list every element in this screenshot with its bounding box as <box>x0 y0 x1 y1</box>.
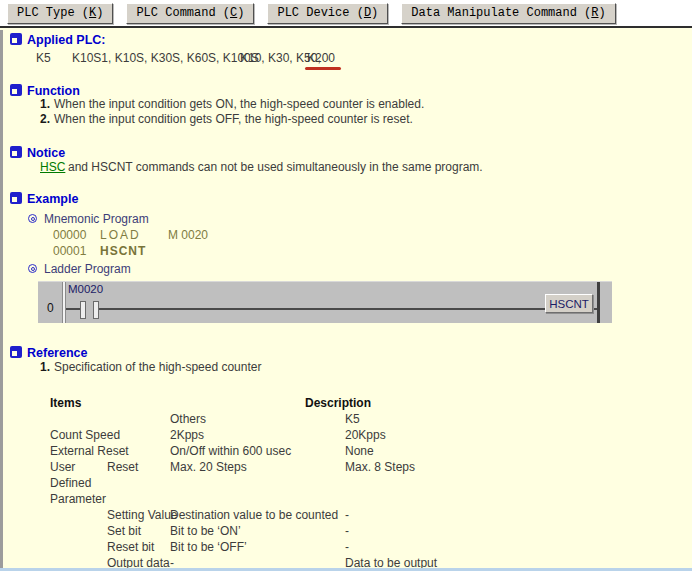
step-address: 00000 <box>53 228 86 242</box>
mnemonic-line: 00000 LOAD M 0020 <box>0 228 692 243</box>
double-circle-icon <box>28 264 37 273</box>
left-power-rail <box>62 282 66 323</box>
cell: Defined <box>50 476 91 490</box>
section-notice: Notice <box>0 146 692 161</box>
table-row: Set bit Bit to be ‘ON’ - <box>0 524 692 540</box>
help-content: Applied PLC: K5 K10S1, K10S, K30S, K60S,… <box>0 30 692 571</box>
cell: Reset <box>107 460 138 474</box>
plc-k200-highlighted: K200 <box>307 51 335 65</box>
hsc-link[interactable]: HSC <box>40 160 65 174</box>
button-label: PLC Device ( <box>277 6 363 20</box>
wire-segment <box>66 308 81 310</box>
contact-symbol <box>93 301 99 319</box>
cell: Set bit <box>107 524 141 538</box>
button-label: ) <box>237 6 244 20</box>
output-instruction-box: HSCNT <box>545 294 593 313</box>
ladder-program-label: Ladder Program <box>0 262 692 277</box>
contact-symbol <box>80 301 86 319</box>
plc-group-s-series: K10S1, K10S, K30S, K60S, K100S <box>72 51 259 65</box>
contact-label: M0020 <box>68 283 103 295</box>
double-circle-icon <box>28 214 37 223</box>
blue-square-bullet-icon <box>10 192 22 204</box>
instruction: HSCNT <box>100 244 146 258</box>
cell: Setting Value <box>107 508 178 522</box>
table-row: Setting Value Destination value to be co… <box>0 508 692 524</box>
item-text: When the input condition gets OFF, the h… <box>54 112 413 126</box>
cell: Parameter <box>50 492 106 506</box>
section-title: Function <box>27 84 80 98</box>
reference-item: 1. Specification of the high-speed count… <box>0 360 692 375</box>
section-example: Example <box>0 192 692 207</box>
cell: On/Off within 600 usec <box>170 444 291 458</box>
wire-segment <box>99 308 597 310</box>
item-number: 1. <box>40 97 50 111</box>
sub-section-label: Ladder Program <box>44 262 131 276</box>
cell: Reset bit <box>107 540 154 554</box>
notice-text-line: HSC and HSCNT commands can not be used s… <box>0 160 692 175</box>
right-power-rail <box>597 282 600 323</box>
table-row: Parameter <box>0 492 692 508</box>
cell: - <box>345 524 349 538</box>
table-row: User Reset Max. 20 Steps Max. 8 Steps <box>0 460 692 476</box>
blue-square-bullet-icon <box>10 33 22 45</box>
button-label: PLC Command ( <box>136 6 230 20</box>
plc-type-button[interactable]: PLC Type (K) <box>7 3 113 24</box>
table-row: Others K5 <box>0 412 692 428</box>
cell: None <box>345 444 374 458</box>
mnemonic-key: D <box>364 6 371 20</box>
blue-square-bullet-icon <box>10 346 22 358</box>
blue-square-bullet-icon <box>10 84 22 96</box>
item-text: Specification of the high-speed counter <box>54 360 261 374</box>
ladder-diagram: 0 M0020 HSCNT <box>38 281 612 323</box>
mnemonic-key: C <box>230 6 237 20</box>
function-item: 2. When the input condition gets OFF, th… <box>0 112 692 127</box>
instruction: LOAD <box>100 228 141 242</box>
plc-group-k5: K5 <box>36 51 51 65</box>
plc-help-page: { "toolbar": { "buttons": [ {"pre": "PLC… <box>0 0 692 571</box>
mnemonic-key: R <box>591 6 598 20</box>
mnemonic-key: K <box>89 6 96 20</box>
toolbar: PLC Type (K) PLC Command (C) PLC Device … <box>0 0 692 28</box>
cell: Others <box>170 412 206 426</box>
section-reference: Reference <box>0 346 692 361</box>
item-number: 1. <box>40 360 50 374</box>
button-label: PLC Type ( <box>17 6 89 20</box>
cell: - <box>345 508 349 522</box>
cell: Max. 20 Steps <box>170 460 247 474</box>
rung-number: 0 <box>47 301 54 315</box>
cell: 20Kpps <box>345 428 386 442</box>
operand: M 0020 <box>168 228 208 242</box>
cell: Destination value to be counted <box>170 508 338 522</box>
step-address: 00001 <box>53 244 86 258</box>
item-number: 2. <box>40 112 50 126</box>
button-label: Data Manipulate Command ( <box>411 6 591 20</box>
section-title: Example <box>27 192 78 206</box>
spec-table-header: Items Description <box>0 396 692 412</box>
applied-plc-list: K5 K10S1, K10S, K30S, K60S, K100S K10, K… <box>0 51 692 66</box>
cell: Max. 8 Steps <box>345 460 415 474</box>
description-header: Description <box>305 396 371 410</box>
section-title: Notice <box>27 146 65 160</box>
cell: Bit to be ‘ON’ <box>170 524 241 538</box>
table-row: Count Speed 2Kpps 20Kpps <box>0 428 692 444</box>
plc-device-button[interactable]: PLC Device (D) <box>267 3 388 24</box>
function-item: 1. When the input condition gets ON, the… <box>0 97 692 112</box>
button-label: ) <box>599 6 606 20</box>
button-label: ) <box>96 6 103 20</box>
cell: Count Speed <box>50 428 120 442</box>
table-row: Reset bit Bit to be ‘OFF’ - <box>0 540 692 556</box>
cell: - <box>345 540 349 554</box>
section-title: Reference <box>27 346 87 360</box>
data-manipulate-command-button[interactable]: Data Manipulate Command (R) <box>401 3 615 24</box>
section-title: Applied PLC: <box>27 33 105 47</box>
cell: External Reset <box>50 444 129 458</box>
mnemonic-line: 00001 HSCNT <box>0 244 692 259</box>
section-applied-plc: Applied PLC: <box>0 33 692 48</box>
table-row: Defined <box>0 476 692 492</box>
items-header: Items <box>50 396 81 410</box>
sub-section-label: Mnemonic Program <box>44 212 149 226</box>
plc-command-button[interactable]: PLC Command (C) <box>126 3 254 24</box>
item-text: When the input condition gets ON, the hi… <box>54 97 424 111</box>
cell: K5 <box>345 412 360 426</box>
cell: 2Kpps <box>170 428 204 442</box>
